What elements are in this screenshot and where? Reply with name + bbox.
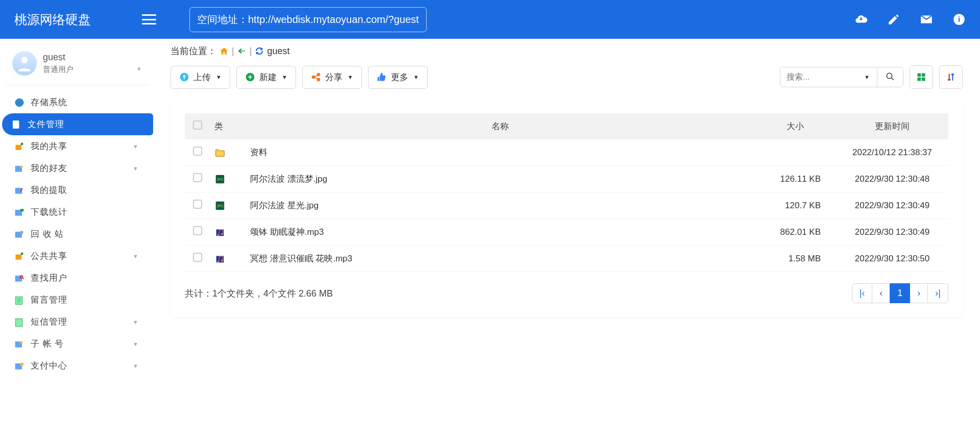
sidebar-item-label: 留言管理	[31, 294, 67, 306]
main: 当前位置： | | guest 上传▼ 新建▼ 分享▼ 更多▼	[153, 39, 980, 385]
sidebar-item-7[interactable]: 公共共享▼	[5, 245, 148, 267]
checkbox[interactable]	[193, 200, 202, 209]
table-row[interactable]: JPG阿尔法波 漂流梦.jpg126.11 KB2022/9/30 12:30:…	[185, 166, 948, 192]
pub-icon	[14, 251, 24, 261]
avatar	[12, 51, 37, 76]
refresh-icon[interactable]	[255, 46, 264, 56]
sidebar-item-1[interactable]: 文件管理	[2, 113, 153, 135]
plus-icon	[245, 72, 255, 82]
col-type[interactable]: 类	[210, 113, 246, 139]
trash-icon	[14, 229, 24, 239]
back-icon[interactable]	[237, 46, 247, 56]
svg-rect-32	[922, 74, 925, 77]
sidebar-item-8[interactable]: 查找用户	[5, 267, 148, 289]
file-name[interactable]: 冥想 潜意识催眠 花映.mp3	[246, 246, 754, 272]
sidebar-item-11[interactable]: 子 帐 号▼	[5, 333, 148, 355]
mp3-icon	[214, 227, 226, 238]
caret-down-icon: ▼	[133, 143, 139, 150]
search-dropdown[interactable]: ▼	[857, 67, 877, 87]
upload-button[interactable]: 上传▼	[170, 66, 230, 89]
mp3-icon	[214, 253, 226, 264]
sidebar-item-9[interactable]: 留言管理	[5, 289, 148, 311]
sidebar-item-label: 回 收 站	[31, 228, 64, 240]
menu-toggle[interactable]	[142, 14, 156, 24]
sidebar-item-2[interactable]: 我的共享▼	[5, 135, 148, 157]
sidebar-item-12[interactable]: 支付中心▼	[5, 355, 148, 377]
caret-down-icon: ▼	[348, 74, 353, 80]
file-size: 120.7 KB	[754, 192, 836, 219]
sidebar-item-0[interactable]: 存储系统	[5, 91, 148, 113]
file-name[interactable]: 颂钵 助眠凝神.mp3	[246, 219, 754, 246]
file-updated: 2022/9/30 12:30:49	[836, 219, 948, 246]
page-next[interactable]: ›	[910, 283, 928, 303]
file-updated: 2022/9/30 12:30:49	[836, 192, 948, 219]
caret-down-icon: ▼	[282, 74, 287, 80]
sidebar-item-6[interactable]: 回 收 站	[5, 223, 148, 245]
sub-icon	[14, 339, 24, 349]
checkbox[interactable]	[193, 173, 202, 182]
search-group: ▼	[780, 67, 903, 87]
file-name[interactable]: 资料	[246, 139, 754, 166]
svg-point-28	[317, 74, 320, 76]
caret-down-icon: ▼	[133, 253, 139, 259]
view-grid-button[interactable]	[910, 65, 933, 89]
table-row[interactable]: 资料2022/10/12 21:38:37	[185, 139, 948, 166]
page-last[interactable]: ›|	[927, 283, 948, 303]
edit-icon[interactable]	[887, 13, 900, 26]
sidebar-item-label: 我的提取	[31, 184, 67, 196]
folder-icon	[214, 147, 226, 158]
caret-down-icon: ▼	[133, 341, 139, 347]
svg-rect-34	[922, 78, 925, 81]
sidebar: guest 普通用户 ▼ 存储系统文件管理我的共享▼我的好友▼我的提取下载统计回…	[0, 39, 153, 385]
svg-point-9	[20, 165, 23, 168]
search-input[interactable]	[780, 67, 857, 87]
sidebar-item-10[interactable]: 短信管理▼	[5, 311, 148, 333]
table-row[interactable]: 颂钵 助眠凝神.mp3862.01 KB2022/9/30 12:30:49	[185, 219, 948, 246]
page-first[interactable]: |‹	[852, 283, 873, 303]
sidebar-item-label: 查找用户	[31, 272, 67, 284]
caret-down-icon: ▼	[133, 319, 139, 325]
checkbox[interactable]	[193, 253, 202, 262]
home-icon[interactable]	[219, 46, 229, 56]
sidebar-item-label: 支付中心	[31, 360, 67, 372]
address-bar[interactable]: 空间地址：http://webdisk.mytaoyuan.com/?guest	[189, 7, 427, 32]
page-prev[interactable]: ‹	[872, 283, 890, 303]
file-updated: 2022/10/12 21:38:37	[836, 139, 948, 166]
sort-button[interactable]	[939, 65, 963, 89]
sidebar-item-4[interactable]: 我的提取	[5, 179, 148, 201]
col-name[interactable]: 名称	[246, 113, 754, 139]
cloud-download-icon[interactable]	[854, 13, 868, 26]
checkbox[interactable]	[193, 146, 202, 156]
sidebar-item-5[interactable]: 下载统计	[5, 201, 148, 223]
page-current[interactable]: 1	[890, 283, 910, 303]
file-table: 类 名称 大小 更新时间 资料2022/10/12 21:38:37JPG阿尔法…	[185, 113, 948, 272]
share-button[interactable]: 分享▼	[302, 66, 362, 89]
svg-point-40	[217, 234, 219, 236]
table-row[interactable]: JPG阿尔法波 星光.jpg120.7 KB2022/9/30 12:30:49	[185, 192, 948, 219]
top-header: 桃源网络硬盘 空间地址：http://webdisk.mytaoyuan.com…	[0, 0, 980, 39]
upload-label: 上传	[193, 71, 211, 83]
username: guest	[43, 52, 74, 63]
file-name[interactable]: 阿尔法波 漂流梦.jpg	[246, 166, 754, 192]
search-button[interactable]	[877, 67, 903, 87]
more-button[interactable]: 更多▼	[368, 66, 428, 89]
breadcrumb-leaf[interactable]: guest	[267, 46, 289, 57]
mail-icon[interactable]	[920, 13, 933, 26]
user-block[interactable]: guest 普通用户 ▼	[5, 47, 148, 85]
col-size[interactable]: 大小	[754, 113, 836, 139]
svg-rect-17	[15, 276, 22, 282]
sidebar-item-3[interactable]: 我的好友▼	[5, 157, 148, 179]
share-icon	[311, 72, 321, 82]
info-icon[interactable]: i	[952, 13, 966, 26]
file-name[interactable]: 阿尔法波 星光.jpg	[246, 192, 754, 219]
caret-down-icon: ▼	[133, 165, 139, 172]
sidebar-item-label: 子 帐 号	[31, 338, 64, 350]
col-updated[interactable]: 更新时间	[836, 113, 948, 139]
svg-point-41	[221, 233, 223, 235]
new-button[interactable]: 新建▼	[236, 66, 296, 89]
checkbox[interactable]	[193, 226, 202, 235]
table-row[interactable]: 冥想 潜意识催眠 花映.mp31.58 MB2022/9/30 12:30:50	[185, 246, 948, 272]
sidebar-item-label: 我的共享	[31, 140, 67, 152]
svg-point-7	[21, 142, 23, 145]
checkbox-all[interactable]	[193, 120, 202, 130]
